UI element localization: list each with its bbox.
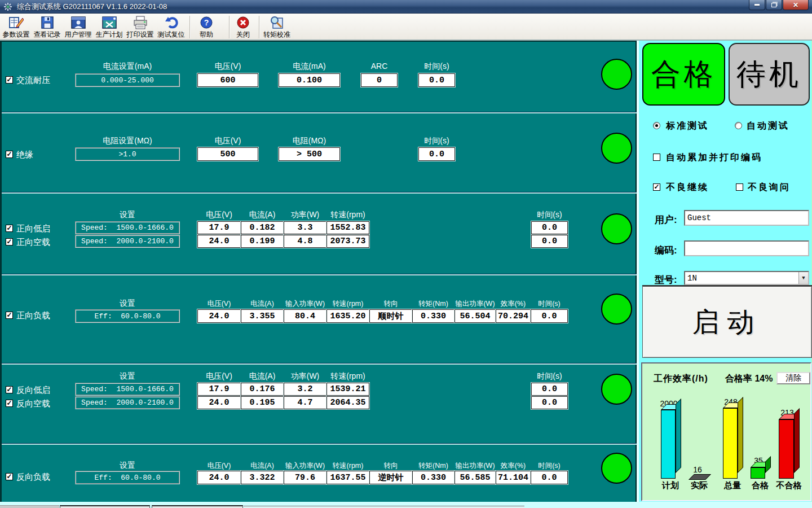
auto-test-radio[interactable] [735, 122, 742, 129]
rev-noload-setting-field[interactable]: Speed: 2000.0-2100.0 [75, 396, 180, 409]
standard-test-radio[interactable] [653, 122, 660, 129]
rev-load-voltage-value: 24.0 [197, 471, 241, 484]
fwd-noload-speed-value: 2073.73 [326, 235, 369, 248]
auto-accumulate-print-checkbox[interactable] [653, 154, 660, 161]
bottom-fragment [0, 505, 59, 508]
bottom-fragment [152, 505, 243, 508]
user-input[interactable] [684, 210, 809, 226]
voltage-header: 电压(V) [197, 371, 241, 382]
pass-rate: 合格率 14% [725, 373, 773, 385]
fwd-noload-checkbox[interactable] [6, 238, 13, 246]
code-input[interactable] [684, 240, 809, 256]
ac-hipot-checkbox[interactable] [6, 76, 13, 84]
time-header: 时间(s) [531, 461, 568, 471]
rev-noload-current-value: 0.195 [241, 396, 284, 409]
efficiency-header: 效率(%) [496, 299, 531, 309]
fwd-noload-label: 正向空载 [16, 237, 50, 248]
insulation-label: 绝缘 [16, 150, 33, 160]
fwd-load-output-power-value: 56.504 [454, 309, 496, 323]
torque-calibration-button[interactable]: 转矩校准 [260, 15, 294, 40]
voltage-header: 电压(V) [197, 461, 241, 471]
titlebar: 综合测试系统 G202111067 V1.1.6 2022-01-08 ✕ [0, 0, 812, 14]
speed-header: 转速(rpm) [326, 461, 369, 471]
setting-header: 设置 [75, 299, 180, 309]
close-window-button[interactable]: ✕ [783, 0, 809, 10]
current-header: 电流(A) [241, 299, 284, 309]
ac-current-setting-field[interactable]: 0.000-25.000 [75, 73, 180, 87]
print-settings-icon [133, 15, 148, 29]
production-plan-button[interactable]: 生产计划 [94, 15, 125, 40]
continue-on-fail-checkbox[interactable] [653, 183, 660, 191]
restore-icon [771, 3, 776, 7]
user-management-button[interactable]: 用户管理 [63, 15, 94, 40]
insulation-resistance-value: > 500 [279, 147, 340, 161]
clear-button[interactable]: 清除 [776, 372, 810, 384]
bar-label-pass: 合格 [752, 480, 769, 491]
bottom-fragment [244, 506, 524, 508]
direction-header: 转向 [369, 299, 412, 309]
rev-noload-checkbox[interactable] [6, 400, 13, 407]
setting-header: 设置 [75, 461, 180, 471]
power-header: 功率(W) [284, 210, 326, 220]
toolbar-button-label: 帮助 [200, 30, 213, 40]
fwd-load-speed-value: 1635.20 [326, 309, 369, 323]
time-header: 时间(s) [531, 371, 568, 382]
fwd-load-current-value: 3.355 [241, 309, 284, 323]
test-reset-button[interactable]: 测试复位 [156, 15, 187, 40]
rev-lowstart-setting-field[interactable]: Speed: 1500.0-1666.0 [75, 383, 180, 396]
help-button[interactable]: ? 帮助 [192, 15, 221, 40]
insulation-voltage-value: 500 [197, 147, 258, 161]
fwd-start-status-indicator [601, 213, 632, 244]
fwd-load-checkbox[interactable] [6, 312, 13, 319]
toolbar-button-label: 查看记录 [34, 30, 61, 40]
fwd-load-voltage-value: 24.0 [197, 309, 241, 323]
print-settings-button[interactable]: 打印设置 [125, 15, 156, 40]
voltage-header: 电压(V) [197, 62, 258, 72]
insulation-checkbox[interactable] [6, 151, 13, 158]
fwd-lowstart-setting-field[interactable]: Speed: 1500.0-1666.0 [75, 221, 180, 234]
rev-load-setting-field[interactable]: Eff: 60.0-80.0 [75, 471, 180, 484]
ask-on-fail-checkbox[interactable] [736, 183, 743, 191]
resistance-setting-header: 电阻设置(MΩ) [75, 136, 180, 146]
window-title: 综合测试系统 G202111067 V1.1.6 2022-01-08 [17, 2, 167, 12]
toolbar-separator [189, 16, 190, 38]
current-header: 电流(A) [241, 371, 284, 382]
power-header: 功率(W) [284, 371, 326, 382]
fwd-noload-setting-field[interactable]: Speed: 2000.0-2100.0 [75, 235, 180, 248]
result-pass-display: 合格 [642, 43, 725, 106]
minimize-button[interactable] [749, 0, 765, 10]
rev-load-checkbox[interactable] [6, 473, 13, 480]
view-records-button[interactable]: 查看记录 [32, 15, 63, 40]
fwd-load-setting-field[interactable]: Eff: 60.0-80.0 [75, 309, 180, 323]
bar-total [723, 408, 738, 479]
minimize-icon [754, 4, 760, 6]
parameter-settings-icon [9, 15, 24, 29]
insulation-setting-field[interactable]: >1.0 [75, 147, 180, 161]
rev-start-status-indicator [601, 374, 632, 405]
toolbar-button-label: 生产计划 [96, 30, 123, 40]
code-label: 编码: [655, 244, 677, 257]
fwd-load-time-value: 0.0 [531, 309, 568, 323]
fwd-noload-power-value: 4.8 [284, 235, 326, 248]
chevron-down-icon[interactable]: ▼ [798, 272, 808, 284]
close-app-button[interactable]: 关闭 [229, 15, 257, 40]
standard-test-label: 标准测试 [666, 120, 709, 132]
bar-label-fail: 不合格 [776, 480, 802, 491]
fwd-load-label: 正向负载 [16, 310, 50, 321]
rev-noload-power-value: 4.7 [284, 396, 326, 409]
rev-lowstart-checkbox[interactable] [6, 386, 13, 393]
user-management-icon [71, 15, 86, 29]
toolbar-button-label: 用户管理 [65, 30, 92, 40]
fwd-load-status-indicator [601, 294, 632, 325]
parameter-settings-button[interactable]: 参数设置 [1, 15, 32, 40]
ac-hipot-label: 交流耐压 [16, 75, 50, 86]
fwd-load-direction-value: 顺时针 [369, 309, 412, 323]
fwd-noload-time-value: 0.0 [531, 235, 568, 248]
test-sections-area [0, 41, 637, 502]
rev-noload-voltage-value: 24.0 [197, 396, 241, 409]
fwd-lowstart-checkbox[interactable] [6, 225, 13, 232]
model-combobox[interactable]: 1N ▼ [684, 271, 809, 285]
start-button[interactable]: 启动 [642, 286, 812, 358]
voltage-header: 电压(V) [197, 136, 258, 146]
restore-button[interactable] [766, 0, 782, 10]
